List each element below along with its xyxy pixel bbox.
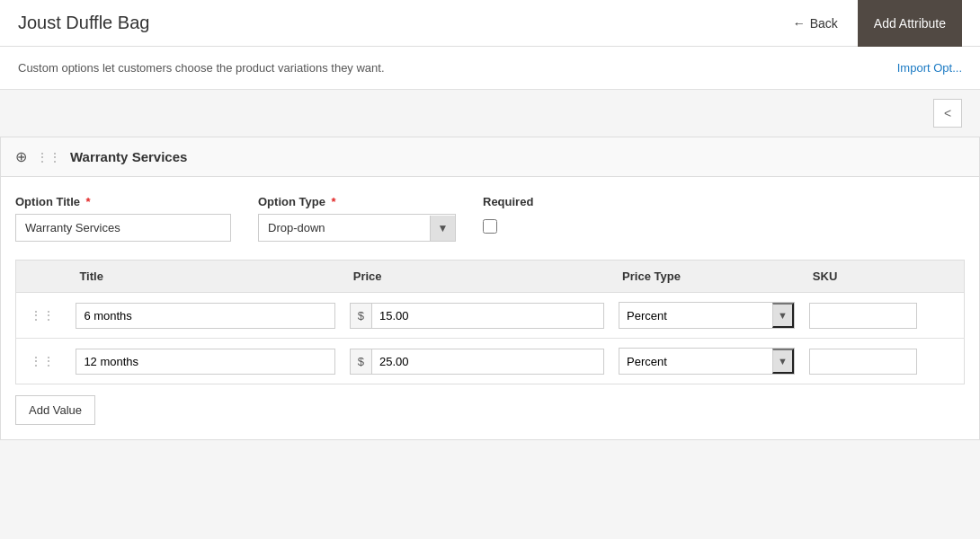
section-drag-icon[interactable]: ⋮⋮	[36, 150, 61, 164]
row-price-type-cell: Percent Fixed ▼	[611, 293, 802, 339]
price-type-select-wrapper: Percent Fixed ▼	[619, 302, 795, 329]
section-toggle-button[interactable]: ⊕	[15, 148, 27, 165]
row-sku-input[interactable]	[809, 349, 917, 375]
values-table: Title Price Price Type SKU ⋮⋮ $	[15, 260, 965, 384]
row-sku-cell	[802, 339, 965, 384]
col-price-header: Price	[343, 261, 611, 293]
option-title-label: Option Title *	[15, 195, 231, 208]
row-price-input[interactable]	[372, 349, 603, 374]
collapse-icon: <	[944, 106, 951, 120]
col-drag-header	[16, 261, 69, 293]
section-header: ⊕ ⋮⋮ Warranty Services	[1, 137, 979, 177]
option-type-arrow-button[interactable]: ▼	[430, 216, 455, 241]
warranty-services-section: ⊕ ⋮⋮ Warranty Services Option Title * Op…	[0, 137, 980, 440]
option-title-input[interactable]	[15, 214, 231, 242]
row-title-cell	[68, 339, 342, 384]
values-table-wrapper: Title Price Price Type SKU ⋮⋮ $	[1, 260, 979, 439]
required-star-title: *	[86, 195, 91, 208]
option-type-label: Option Type *	[258, 195, 456, 208]
row-price-type-select[interactable]: Percent Fixed	[619, 304, 772, 328]
price-input-wrapper: $	[350, 349, 604, 375]
page-header: Joust Duffle Bag ← Back Add Attribute	[0, 0, 980, 47]
back-label: Back	[810, 16, 838, 31]
collapse-button[interactable]: <	[933, 99, 962, 128]
required-group: Required	[483, 195, 533, 234]
price-type-arrow-button[interactable]: ▼	[772, 303, 794, 328]
chevron-down-icon: ▼	[438, 222, 449, 234]
row-title-input[interactable]	[76, 349, 334, 375]
table-row: ⋮⋮ $ Percent Fixed ▼	[16, 293, 965, 339]
option-type-group: Option Type * Drop-down Radio Buttons Ch…	[258, 195, 456, 242]
required-label: Required	[483, 195, 533, 208]
back-button[interactable]: ← Back	[782, 9, 849, 38]
collapse-bar: <	[0, 90, 980, 137]
chevron-down-icon: ▼	[778, 356, 788, 367]
col-title-header: Title	[68, 261, 342, 293]
col-price-type-header: Price Type	[611, 261, 802, 293]
row-price-input[interactable]	[372, 304, 603, 328]
table-row: ⋮⋮ $ Percent Fixed ▼	[16, 339, 965, 384]
row-drag-handle[interactable]: ⋮⋮	[16, 293, 69, 339]
col-sku-header: SKU	[802, 261, 965, 293]
add-value-button[interactable]: Add Value	[15, 395, 95, 425]
back-arrow-icon: ←	[793, 16, 806, 31]
row-title-cell	[68, 293, 342, 339]
add-attribute-button[interactable]: Add Attribute	[858, 0, 962, 47]
section-title: Warranty Services	[70, 149, 187, 164]
row-price-type-cell: Percent Fixed ▼	[611, 339, 802, 384]
sub-header-text: Custom options let customers choose the …	[18, 61, 385, 75]
row-title-input[interactable]	[76, 303, 334, 329]
row-drag-handle[interactable]: ⋮⋮	[16, 339, 69, 384]
option-type-select[interactable]: Drop-down Radio Buttons Checkbox Multipl…	[259, 215, 430, 241]
row-sku-input[interactable]	[809, 303, 917, 329]
required-checkbox[interactable]	[483, 219, 497, 234]
chevron-down-icon: ▼	[778, 310, 788, 321]
sub-header: Custom options let customers choose the …	[0, 47, 980, 90]
price-prefix-icon: $	[351, 349, 372, 374]
row-sku-cell	[802, 293, 965, 339]
header-actions: ← Back Add Attribute	[782, 0, 962, 47]
option-title-group: Option Title *	[15, 195, 231, 242]
section-collapse-icon: ⊕	[15, 148, 27, 165]
table-header-row: Title Price Price Type SKU	[16, 261, 965, 293]
price-type-arrow-button[interactable]: ▼	[772, 349, 794, 374]
page-title: Joust Duffle Bag	[18, 13, 149, 33]
row-price-type-select[interactable]: Percent Fixed	[619, 349, 772, 374]
form-fields: Option Title * Option Type * Drop-down R…	[1, 177, 979, 260]
row-price-cell: $	[343, 339, 611, 384]
import-options-link[interactable]: Import Opt...	[897, 61, 962, 75]
option-type-select-wrapper: Drop-down Radio Buttons Checkbox Multipl…	[258, 214, 456, 242]
price-input-wrapper: $	[350, 303, 604, 329]
price-type-select-wrapper: Percent Fixed ▼	[619, 348, 795, 375]
required-star-type: *	[332, 195, 336, 208]
price-prefix-icon: $	[351, 304, 372, 328]
row-price-cell: $	[343, 293, 611, 339]
